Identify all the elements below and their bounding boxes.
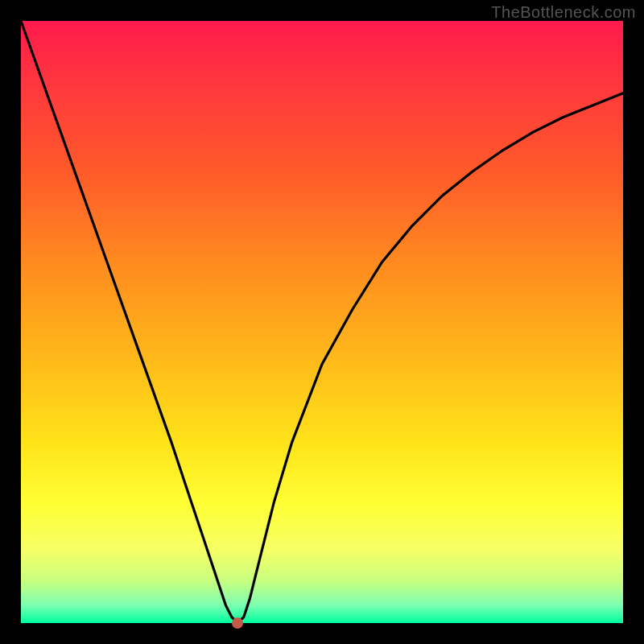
watermark-text: TheBottleneck.com: [491, 3, 636, 22]
optimum-marker: [232, 617, 243, 629]
chart-stage: TheBottleneck.com: [0, 0, 644, 644]
plot-area: [21, 21, 623, 623]
bottleneck-curve: [21, 21, 623, 623]
curve-svg: [21, 21, 623, 623]
